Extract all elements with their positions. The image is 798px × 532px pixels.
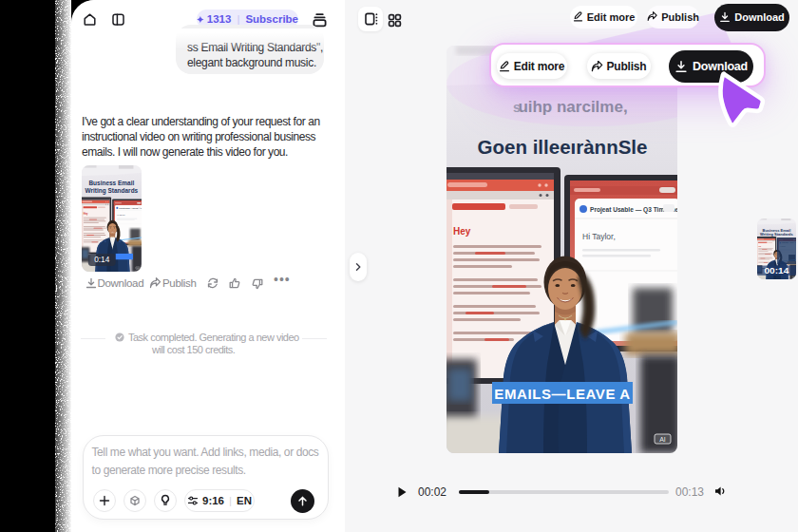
svg-text:EMAILS—LEAVE A: EMAILS—LEAVE A — [494, 386, 630, 402]
svg-text:0:14: 0:14 — [94, 255, 109, 264]
svg-text:00:14: 00:14 — [764, 265, 789, 275]
svg-text:s: s — [513, 100, 521, 115]
svg-text:Writing Standards: Writing Standards — [760, 233, 793, 237]
svg-text:Writing Standards: Writing Standards — [86, 187, 139, 195]
svg-text:Business Email: Business Email — [762, 229, 790, 233]
svg-text:Business Email: Business Email — [88, 180, 134, 186]
svg-text:uihp narcilme,: uihp narcilme, — [518, 98, 627, 116]
svg-text:Goen illeeırànnSle: Goen illeeırànnSle — [478, 136, 648, 158]
